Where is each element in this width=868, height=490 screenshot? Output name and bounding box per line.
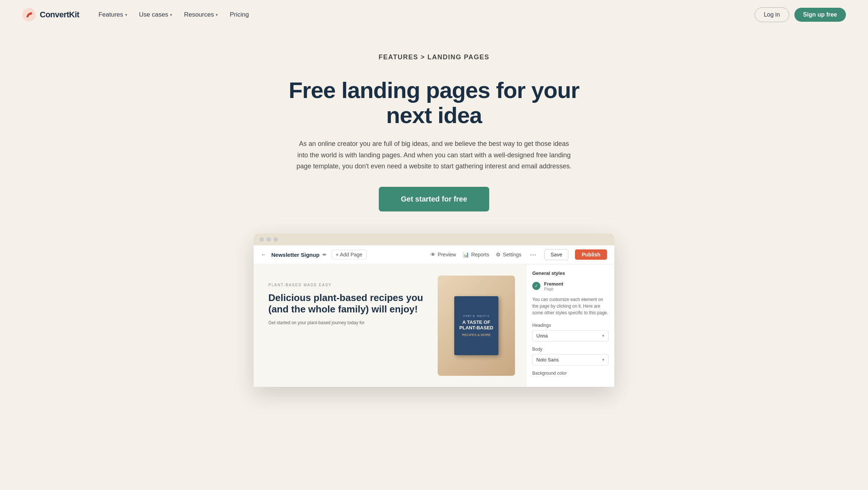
nav-item-features[interactable]: Features ▾ — [94, 8, 131, 21]
reports-button[interactable]: 📊 Reports — [463, 252, 489, 258]
hero-section: FEATURES > LANDING PAGES Free landing pa… — [0, 29, 868, 387]
browser-dot-green — [274, 237, 278, 242]
landing-page-subtitle: PLANT-BASED MADE EASY — [268, 283, 427, 287]
features-chevron: ▾ — [125, 13, 127, 17]
nav-left: ConvertKit Features ▾ Use cases ▾ Resour… — [22, 8, 253, 22]
book-cover: CHEF B. MALFI'S A TASTE OF PLANT-BASED R… — [454, 296, 498, 355]
headings-label: Headings — [532, 323, 608, 328]
add-page-label: + Add Page — [336, 252, 363, 258]
signup-button[interactable]: Sign up free — [794, 8, 846, 22]
back-arrow-icon: ← — [261, 252, 266, 258]
nav-links: Features ▾ Use cases ▾ Resources ▾ Prici… — [94, 8, 253, 21]
book-subtitle: RECIPES & MORE — [462, 333, 491, 337]
page-title-area: Newsletter Signup ✏ — [271, 252, 327, 258]
logo-link[interactable]: ConvertKit — [22, 8, 79, 22]
page-canvas: PLANT-BASED MADE EASY Delicious plant-ba… — [254, 265, 526, 387]
page-name-label: Newsletter Signup — [271, 252, 320, 258]
styles-sidebar: General styles ✓ Fremont Page You can cu… — [526, 265, 614, 387]
settings-label: Settings — [503, 252, 522, 258]
reports-icon: 📊 — [463, 252, 469, 258]
settings-icon: ⚙ — [496, 252, 501, 258]
hero-title: Free landing pages for your next idea — [283, 78, 585, 128]
sidebar-section-title: General styles — [532, 270, 608, 276]
nav-features-label: Features — [98, 11, 123, 18]
browser-frame: ← Newsletter Signup ✏ + Add Page 👁 Previ… — [254, 234, 614, 387]
body-font-label: Body — [532, 347, 608, 352]
browser-dot-red — [260, 237, 264, 242]
publish-button[interactable]: Publish — [575, 249, 607, 260]
landing-page-body: Get started on your plant-based journey … — [268, 319, 427, 326]
back-button[interactable]: ← — [261, 252, 266, 258]
nav-resources-label: Resources — [184, 11, 214, 18]
usecases-chevron: ▾ — [170, 13, 172, 17]
nav-usecases-label: Use cases — [139, 11, 168, 18]
nav-item-resources[interactable]: Resources ▾ — [180, 8, 222, 21]
theme-description: You can customize each element on the pa… — [532, 296, 608, 316]
toolbar-right: 👁 Preview 📊 Reports ⚙ Settings ⋯ Save Pu… — [430, 249, 607, 260]
theme-selected-icon: ✓ — [532, 282, 540, 290]
headings-field: Headings Unna ▾ — [532, 323, 608, 342]
settings-button[interactable]: ⚙ Settings — [496, 252, 522, 258]
app-content: PLANT-BASED MADE EASY Delicious plant-ba… — [254, 265, 614, 387]
headings-select[interactable]: Unna ▾ — [532, 330, 608, 342]
cta-button[interactable]: Get started for free — [379, 187, 489, 211]
browser-mockup: ← Newsletter Signup ✏ + Add Page 👁 Previ… — [254, 234, 614, 387]
body-font-field: Body Noto Sans ▾ — [532, 347, 608, 365]
preview-button[interactable]: 👁 Preview — [430, 252, 456, 258]
breadcrumb: FEATURES > LANDING PAGES — [294, 52, 574, 63]
nav-item-usecases[interactable]: Use cases ▾ — [135, 8, 177, 21]
headings-value: Unna — [536, 333, 548, 339]
toolbar-left: ← Newsletter Signup ✏ + Add Page — [261, 250, 367, 259]
brand-name: ConvertKit — [40, 10, 79, 20]
login-button[interactable]: Log in — [755, 7, 789, 22]
nav-item-pricing[interactable]: Pricing — [225, 8, 253, 21]
body-font-value: Noto Sans — [536, 357, 559, 363]
landing-page-title: Delicious plant-based recipes you (and t… — [268, 292, 427, 315]
edit-page-name-icon[interactable]: ✏ — [322, 252, 327, 258]
nav-pricing-label: Pricing — [230, 11, 249, 18]
hero-description: As an online creator you are full of big… — [294, 138, 574, 172]
body-font-dropdown-arrow: ▾ — [602, 357, 604, 362]
browser-dot-yellow — [267, 237, 271, 242]
landing-image-column: CHEF B. MALFI'S A TASTE OF PLANT-BASED R… — [438, 276, 515, 376]
reports-label: Reports — [471, 252, 489, 258]
more-options-button[interactable]: ⋯ — [528, 251, 538, 259]
body-font-select[interactable]: Noto Sans ▾ — [532, 354, 608, 365]
headings-dropdown-arrow: ▾ — [602, 333, 604, 338]
preview-label: Preview — [438, 252, 456, 258]
theme-type: Page — [544, 287, 563, 291]
book-author: CHEF B. MALFI'S — [463, 315, 489, 317]
bg-color-field: Background color — [532, 371, 608, 376]
app-toolbar: ← Newsletter Signup ✏ + Add Page 👁 Previ… — [254, 245, 614, 265]
bg-color-label: Background color — [532, 371, 608, 376]
preview-icon: 👁 — [430, 252, 435, 258]
save-button[interactable]: Save — [544, 249, 569, 260]
book-title: A TASTE OF PLANT-BASED — [458, 319, 495, 331]
theme-option[interactable]: ✓ Fremont Page — [532, 281, 608, 291]
landing-text-column: PLANT-BASED MADE EASY Delicious plant-ba… — [265, 276, 430, 376]
add-page-button[interactable]: + Add Page — [332, 250, 367, 259]
navigation: ConvertKit Features ▾ Use cases ▾ Resour… — [0, 0, 868, 29]
browser-bar — [254, 234, 614, 245]
hero-content: FEATURES > LANDING PAGES Free landing pa… — [268, 29, 600, 211]
nav-right: Log in Sign up free — [755, 7, 846, 22]
resources-chevron: ▾ — [216, 13, 218, 17]
theme-info: Fremont Page — [544, 281, 563, 291]
logo-icon — [22, 8, 36, 22]
theme-name: Fremont — [544, 281, 563, 287]
